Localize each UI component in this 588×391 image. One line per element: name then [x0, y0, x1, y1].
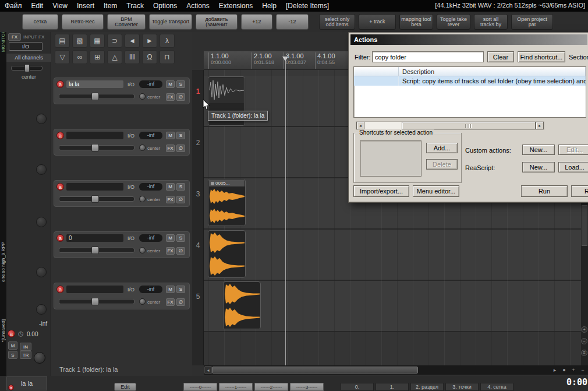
toolbar-open-project-path-button[interactable]: Open project pat	[511, 14, 553, 30]
record-arm-button[interactable]: a	[56, 234, 64, 242]
take-lane[interactable]	[209, 206, 245, 226]
menu-track[interactable]: Track	[122, 2, 148, 10]
delete-shortcut-button[interactable]: Delete	[426, 159, 458, 170]
mode-tab-1[interactable]: 1.	[376, 383, 409, 391]
pan-knob[interactable]	[139, 298, 146, 305]
zoom-in-icon[interactable]: +	[569, 366, 578, 374]
toolbar-plus12-button[interactable]: +12	[241, 14, 272, 30]
solo-button[interactable]: S	[176, 80, 185, 88]
track-number[interactable]: 2	[192, 139, 204, 147]
run-close-button[interactable]: Ru	[571, 185, 588, 197]
track-strip-5[interactable]: a I/O -inf M S center FX ∅	[54, 283, 190, 309]
fader-thumb[interactable]	[91, 195, 99, 203]
mode-tab-4[interactable]: 4. сетка	[480, 383, 513, 391]
import-export-button[interactable]: Import/export...	[353, 185, 409, 197]
record-arm-button[interactable]: a	[56, 286, 64, 293]
send-knob[interactable]	[36, 217, 47, 227]
fx-button[interactable]: FX	[166, 93, 175, 101]
mode-tab-0[interactable]: 0.	[341, 383, 374, 391]
track-name-field[interactable]: 0	[66, 234, 123, 242]
fx-button[interactable]: FX	[166, 247, 175, 255]
solo-button[interactable]: S	[176, 234, 185, 242]
audio-item[interactable]	[223, 281, 261, 329]
master-mute-button[interactable]: M	[8, 341, 17, 350]
track-strip-3[interactable]: a I/O -inf M S center FX ∅	[54, 180, 190, 207]
toolbar-add-track-button[interactable]: + track	[359, 14, 396, 30]
send-knob[interactable]	[36, 267, 47, 277]
audio-item[interactable]: 0005...	[208, 179, 246, 226]
measure-tab-2[interactable]: ------2------	[254, 383, 288, 391]
track-number[interactable]: 3	[192, 190, 204, 198]
mute-button[interactable]: M	[166, 132, 175, 139]
toolbar-grid-button[interactable]: сетка	[22, 14, 58, 30]
send-knob[interactable]	[36, 164, 47, 175]
filter-input[interactable]	[372, 51, 484, 62]
toolbar-toggle-take-reverse-button[interactable]: Toggle take rever	[437, 14, 470, 30]
redo-icon[interactable]: ►	[142, 34, 157, 48]
clear-button[interactable]: Clear	[487, 51, 514, 62]
menu-insert[interactable]: Insert	[72, 2, 99, 10]
zoom-out-icon[interactable]: −	[581, 338, 587, 344]
take-lane[interactable]	[224, 306, 260, 329]
track-number[interactable]: 4	[192, 241, 204, 249]
solo-button[interactable]: S	[176, 132, 185, 139]
fx-button[interactable]: FX	[166, 196, 175, 203]
add-shortcut-button[interactable]: Add...	[426, 143, 458, 153]
grid-icon[interactable]: ⊞	[90, 50, 105, 64]
toolbar-sort-tracks-button[interactable]: sort all tracks by	[474, 14, 508, 30]
record-arm-button[interactable]: a	[56, 132, 64, 139]
reascript-load-button[interactable]: Load...	[558, 162, 588, 172]
master-io-button[interactable]: I/O	[9, 42, 42, 51]
master-record-arm-button[interactable]: a	[8, 330, 15, 337]
mute-button[interactable]: M	[166, 234, 175, 242]
vertical-scrollbar[interactable]: + − ≡	[581, 203, 588, 365]
fader-thumb[interactable]	[91, 93, 99, 100]
hscroll-thumb[interactable]	[212, 367, 418, 374]
toolbar-bpm-converter-button[interactable]: BPM Converter	[107, 14, 146, 30]
volume-fader[interactable]	[59, 248, 134, 253]
open-project-icon[interactable]: ▧	[72, 34, 87, 48]
item-header[interactable]: 0005...	[209, 180, 245, 186]
send-knob[interactable]	[36, 304, 47, 315]
track-io-button[interactable]: I/O	[127, 184, 134, 190]
menu-item[interactable]: Item	[99, 2, 122, 10]
custom-action-edit-button[interactable]: Edit...	[558, 145, 588, 155]
toolbar-minus12-button[interactable]: -12	[276, 14, 309, 30]
mute-button[interactable]: M	[166, 183, 175, 191]
menu-actions[interactable]: Actions	[182, 2, 214, 10]
zoom-out-icon[interactable]: −	[579, 366, 587, 374]
zoom-in-icon[interactable]: +	[581, 326, 587, 333]
pan-dot-icon[interactable]: ●	[560, 366, 568, 374]
menu-options[interactable]: Options	[148, 2, 182, 10]
description-column-header[interactable]: Description	[399, 67, 586, 76]
mode-tab-3[interactable]: 3. точки	[445, 383, 479, 391]
master-knob[interactable]	[34, 352, 45, 364]
phase-button[interactable]: ∅	[176, 298, 185, 306]
input-monitor-button[interactable]: IN	[20, 343, 31, 351]
toolbar-add-replace-button[interactable]: добавить (заменит	[196, 14, 238, 30]
track-name-field[interactable]	[66, 183, 123, 191]
find-shortcut-button[interactable]: Find shortcut...	[518, 51, 565, 62]
shortcut-column-header[interactable]	[354, 67, 399, 76]
menu-extensions[interactable]: Extensions	[214, 2, 258, 10]
phase-button[interactable]: ∅	[176, 247, 185, 255]
record-arm-button[interactable]: a	[8, 385, 14, 390]
measure-tab-3[interactable]: ------3------	[290, 383, 324, 391]
omega-icon[interactable]: Ω	[142, 50, 157, 64]
scroll-left-icon[interactable]: ◂	[204, 366, 212, 374]
volume-fader[interactable]	[59, 299, 134, 304]
scroll-right-icon[interactable]: ▸	[551, 366, 559, 374]
master-mixer-tab[interactable]: la la a	[6, 376, 47, 390]
track-mode-button[interactable]: TR	[20, 351, 31, 359]
take-lane[interactable]	[224, 283, 260, 305]
send-knob[interactable]	[36, 114, 47, 124]
menu-edit[interactable]: Edit	[27, 2, 48, 10]
metronome-icon[interactable]: △	[107, 50, 122, 64]
all-channels-selector[interactable]: All channels	[6, 54, 51, 62]
menu-view[interactable]: View	[48, 2, 72, 10]
phase-button[interactable]: ∅	[176, 93, 185, 101]
solo-button[interactable]: S	[176, 286, 185, 293]
track-name-field[interactable]: la la	[66, 80, 123, 88]
action-row-selected[interactable]: Script: copy items of tracks of sel fold…	[354, 76, 586, 86]
edit-button[interactable]: Edit	[114, 383, 136, 391]
